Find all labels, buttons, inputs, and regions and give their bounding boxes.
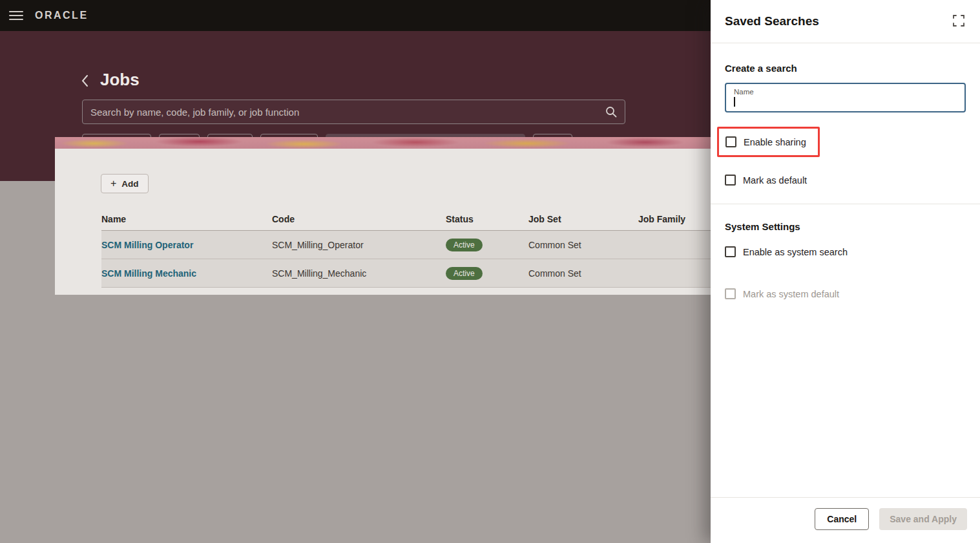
panel-body: Create a search Name Enable sharing Mark… [711, 63, 980, 299]
search-icon[interactable] [605, 106, 617, 118]
enable-system-search-label: Enable as system search [743, 247, 848, 257]
job-set: Common Set [528, 240, 638, 250]
job-name-link[interactable]: SCM Milling Mechanic [101, 268, 272, 279]
top-navigation-bar: ORACLE [0, 0, 711, 31]
checkbox-icon[interactable] [725, 175, 736, 186]
cancel-button[interactable]: Cancel [815, 508, 869, 530]
section-divider [711, 204, 980, 204]
job-set: Common Set [528, 268, 638, 279]
status-badge: Active [446, 239, 483, 251]
create-search-heading: Create a search [725, 63, 966, 74]
search-bar [82, 100, 625, 124]
table-row[interactable]: SCM Milling Mechanic SCM_Milling_Mechani… [101, 259, 711, 288]
expand-icon[interactable] [952, 14, 966, 28]
oracle-logo: ORACLE [35, 10, 89, 21]
panel-title: Saved Searches [725, 14, 819, 28]
decorative-banner [55, 137, 711, 149]
table-row[interactable]: SCM Milling Operator SCM_Milling_Operato… [101, 231, 711, 259]
column-header-job-family[interactable]: Job Family [638, 214, 711, 224]
job-code: SCM_Milling_Operator [272, 240, 446, 250]
checkbox-icon[interactable] [725, 136, 736, 147]
checkbox-icon[interactable] [725, 246, 736, 257]
mark-default-checkbox[interactable]: Mark as default [725, 175, 966, 186]
column-header-job-set[interactable]: Job Set [528, 214, 638, 224]
panel-header: Saved Searches [711, 0, 980, 43]
enable-system-search-checkbox[interactable]: Enable as system search [725, 246, 966, 257]
table-header-row: Name Code Status Job Set Job Family [101, 208, 711, 231]
plus-icon: + [110, 178, 116, 189]
panel-footer: Cancel Save and Apply [711, 497, 980, 543]
mark-system-default-checkbox: Mark as system default [725, 288, 966, 299]
saved-searches-panel: Saved Searches Create a search Name Enab… [711, 0, 980, 543]
jobs-list-card: + Add Name Code Status Job Set Job Famil… [55, 137, 711, 295]
back-chevron-icon[interactable] [79, 74, 91, 88]
jobs-page: ORACLE Jobs Effective Date Status Job Se… [0, 0, 711, 543]
mark-system-default-label: Mark as system default [743, 289, 839, 299]
job-name-link[interactable]: SCM Milling Operator [101, 240, 272, 250]
column-header-name[interactable]: Name [101, 214, 272, 224]
save-and-apply-button[interactable]: Save and Apply [879, 508, 967, 530]
column-header-status[interactable]: Status [446, 214, 528, 224]
enable-sharing-highlight: Enable sharing [717, 127, 820, 157]
hamburger-menu-icon[interactable] [9, 11, 23, 20]
job-code: SCM_Milling_Mechanic [272, 268, 446, 279]
status-badge: Active [446, 267, 483, 280]
enable-sharing-checkbox[interactable]: Enable sharing [725, 136, 806, 147]
name-field-label: Name [734, 88, 957, 96]
checkbox-icon [725, 288, 736, 299]
page-title: Jobs [100, 70, 140, 90]
text-caret [734, 97, 735, 107]
system-settings-heading: System Settings [725, 221, 966, 232]
enable-sharing-label: Enable sharing [744, 137, 806, 147]
name-field[interactable]: Name [725, 83, 966, 112]
mark-default-label: Mark as default [743, 175, 807, 186]
column-header-code[interactable]: Code [272, 214, 446, 224]
add-button[interactable]: + Add [101, 174, 149, 193]
search-input[interactable] [90, 107, 605, 118]
jobs-table: Name Code Status Job Set Job Family SCM … [55, 208, 711, 288]
